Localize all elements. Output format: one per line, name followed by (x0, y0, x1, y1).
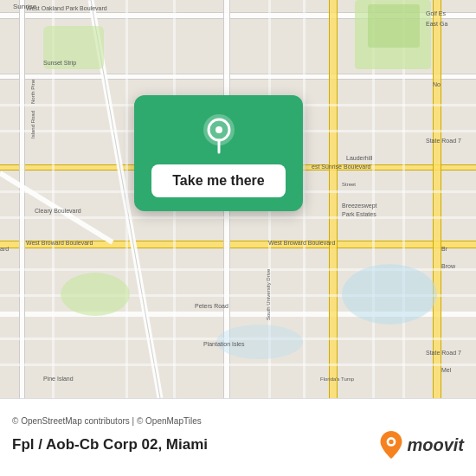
svg-text:East Ga: East Ga (426, 21, 447, 27)
svg-text:Pine Island: Pine Island (43, 376, 74, 382)
svg-text:Brow: Brow (441, 263, 456, 269)
map-view: West Oakland Park Boulevard Sunset Strip… (0, 0, 476, 398)
svg-text:Peters Road: Peters Road (195, 303, 228, 309)
svg-text:Plantation Isles: Plantation Isles (203, 341, 245, 347)
svg-point-80 (215, 126, 222, 133)
location-row: Fpl / Aob-Cb Corp 02, Miami moovit (12, 431, 464, 459)
svg-text:est Sunrise Boulevard: est Sunrise Boulevard (312, 164, 371, 170)
map-attribution: © OpenStreetMap contributors | © OpenMap… (12, 416, 464, 426)
svg-text:Island Road: Island Road (30, 111, 35, 138)
svg-text:Florida's Tump: Florida's Tump (320, 376, 355, 382)
moovit-pin-icon (379, 431, 403, 459)
svg-text:South University Drive: South University Drive (266, 268, 271, 320)
svg-text:State Road 7: State Road 7 (426, 138, 461, 144)
svg-text:Lauderhill: Lauderhill (346, 155, 373, 161)
location-pin-icon (196, 111, 241, 156)
location-name: Fpl / Aob-Cb Corp 02, Miami (12, 436, 208, 453)
svg-text:West Oakland Park Boulevard: West Oakland Park Boulevard (26, 5, 107, 11)
svg-point-47 (342, 264, 437, 325)
moovit-logo: moovit (379, 431, 464, 459)
navigation-card: Take me there (134, 95, 303, 211)
svg-point-83 (389, 440, 394, 444)
info-bar: © OpenStreetMap contributors | © OpenMap… (0, 398, 476, 476)
svg-text:Park Estates: Park Estates (342, 211, 376, 217)
svg-rect-41 (303, 0, 306, 398)
svg-text:Br: Br (441, 246, 448, 252)
svg-point-48 (61, 273, 130, 316)
svg-text:Breezeswept: Breezeswept (342, 203, 377, 209)
svg-text:Golf Es: Golf Es (426, 10, 446, 16)
svg-text:Sunset Strip: Sunset Strip (43, 60, 76, 67)
svg-text:ard: ard (0, 246, 9, 252)
svg-text:West Broward Boulevard: West Broward Boulevard (26, 240, 93, 246)
svg-text:Mel: Mel (441, 367, 452, 373)
svg-rect-45 (368, 4, 420, 48)
svg-text:Sunrise: Sunrise (13, 3, 37, 10)
svg-text:State Road 7: State Road 7 (426, 350, 461, 356)
svg-text:North Pine: North Pine (30, 79, 35, 104)
svg-text:No: No (433, 81, 441, 87)
svg-text:Street: Street (342, 182, 356, 187)
svg-rect-38 (125, 0, 128, 398)
svg-text:Cleary Boulevard: Cleary Boulevard (35, 208, 81, 215)
take-me-there-button[interactable]: Take me there (151, 164, 286, 197)
svg-text:West Broward Boulevard: West Broward Boulevard (268, 240, 335, 246)
moovit-label: moovit (407, 435, 464, 455)
